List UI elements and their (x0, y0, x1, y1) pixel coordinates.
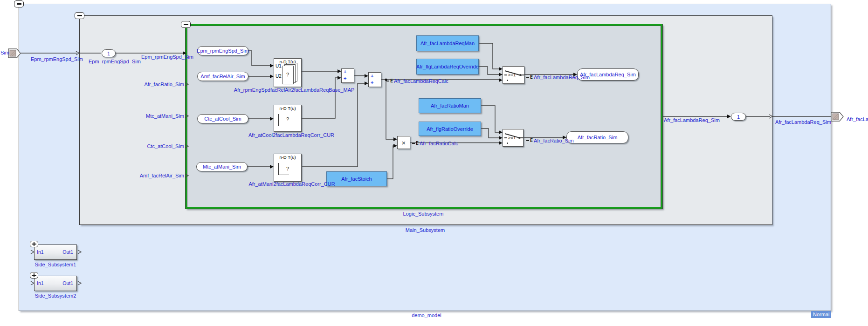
signal-lambda-calc: E Afr_facLambdaReqCalc (386, 78, 448, 84)
constant-lambda-man[interactable]: Afr_facLambdaReqMan (416, 35, 479, 51)
block-name-label: Afr_atMani2facLambdaReqCorr_CUR (231, 181, 352, 187)
simulation-mode-badge: Normal (811, 311, 831, 318)
signal-label: Afr_facLambdaReq_Sim (775, 119, 831, 125)
switch-icon (504, 137, 507, 138)
side-subsystem-1-block[interactable]: In1 Out1 (34, 244, 77, 260)
source-block-epm-rpm[interactable]: Epm_rpmEngSpd_Sim (197, 46, 248, 55)
signal-ratio-calc: E Afr_facRatioCalc (412, 141, 458, 146)
plus-icon (34, 273, 34, 277)
source-block-ctc-atcool[interactable]: Ctc_atCool_Sim (197, 114, 248, 123)
signal-logging-icon (526, 77, 529, 78)
constant-ratio-override[interactable]: Afr_flgRatioOverride (419, 122, 481, 136)
sum-block-2[interactable]: + + (368, 72, 381, 87)
signal-lambda-out: E Afr_facLambdaReq_Sim (526, 75, 590, 80)
switch-block-ratio[interactable]: >=1 (503, 129, 524, 147)
signal-logging-icon: E (530, 75, 533, 80)
expand-button-side1[interactable] (30, 241, 38, 247)
external-output-label: Afr_facLam (847, 116, 868, 122)
logic-subsystem-label: Logic_Subsystem (363, 211, 484, 217)
switch-icon (519, 137, 523, 138)
switch-icon (507, 80, 508, 81)
lookup-cool-curve-block[interactable]: n-D T(u) ? (274, 105, 302, 132)
inport-1[interactable]: 1 (102, 49, 116, 57)
switch-block-lambda[interactable]: >=1 (503, 66, 524, 84)
block-name-label: Afr_rpmEngSpdfacRelAir2facLambdaReqBase_… (224, 87, 364, 93)
signal-ratio-out: E Afr_facRatio_Sim (526, 138, 574, 143)
signal-logging-icon: E (416, 141, 419, 146)
main-subsystem-label: Main_Subsystem (365, 227, 486, 233)
block-name-label: Afr_atCool2facLambdaReqCorr_CUR (231, 132, 352, 138)
sink-block-ratio[interactable]: Afr_facRatio_Sim (566, 131, 628, 143)
source-block-mtc-atmani[interactable]: Mtc_atMani_Sim (196, 162, 248, 171)
signal-label: Epm_rpmEngSpd_Sim (31, 56, 83, 62)
signal-logging-icon: E (390, 79, 393, 83)
side-subsystem-2-block[interactable]: In1 Out1 (34, 276, 77, 291)
collapse-button-model[interactable] (14, 0, 24, 7)
signal-logging-icon (386, 81, 389, 82)
switch-icon (504, 75, 507, 75)
logic-port-label: Afr_facRatio_Sim (119, 82, 184, 88)
constant-lambda-override[interactable]: Afr_flgLambdaReqOverride (416, 59, 479, 75)
lookup-mani-curve-block[interactable]: n-D T(u) ? (274, 154, 302, 182)
signal-label: Epm_rpmEngSpd_Sim (89, 59, 141, 65)
lookup-map-block[interactable]: n-D T(u) U1 U2 ? (274, 58, 302, 87)
signal-logging-icon: E (530, 138, 533, 143)
model-name-label: demo_model (366, 312, 487, 319)
collapse-button-logic[interactable] (181, 21, 191, 28)
sum-block-1[interactable]: + + (341, 68, 354, 83)
logic-port-label: Ctc_atCool_Sim (119, 143, 184, 149)
side-subsystem-1-label: Side_Subsystem1 (29, 262, 82, 268)
plus-icon (34, 242, 34, 246)
product-block[interactable]: × (397, 136, 410, 149)
side-subsystem-2-label: Side_Subsystem2 (29, 293, 82, 299)
expand-button-side2[interactable] (30, 272, 38, 278)
external-input-label: Sim (0, 50, 9, 56)
signal-logging-icon (412, 143, 415, 144)
constant-ratio-man[interactable]: Afr_facRatioMan (419, 98, 481, 113)
simulink-canvas: Sim Epm_rpmEngSpd_Sim Epm_rpmEngSpd_Sim … (0, 0, 868, 326)
logic-port-label: Mtc_atMani_Sim (119, 113, 184, 119)
signal-logging-icon (526, 140, 529, 141)
outport-1[interactable]: 1 (731, 113, 746, 121)
output-port-tag[interactable] (831, 112, 843, 121)
source-block-amf-facrelair[interactable]: Amf_facRelAir_Sim (197, 72, 248, 81)
logic-port-label: Amf_facRelAir_Sim (119, 173, 184, 179)
minus-icon (77, 15, 82, 16)
minus-icon (17, 3, 21, 4)
switch-icon (507, 143, 508, 144)
minus-icon (184, 24, 188, 25)
switch-icon (520, 75, 524, 75)
signal-label: Epm_rpmEngSpd_Sim (141, 54, 193, 60)
lookup-pages-icon: ? (282, 66, 294, 84)
collapse-button-main[interactable] (75, 12, 84, 19)
signal-label: Afr_facLambdaReq_Sim (664, 117, 720, 123)
